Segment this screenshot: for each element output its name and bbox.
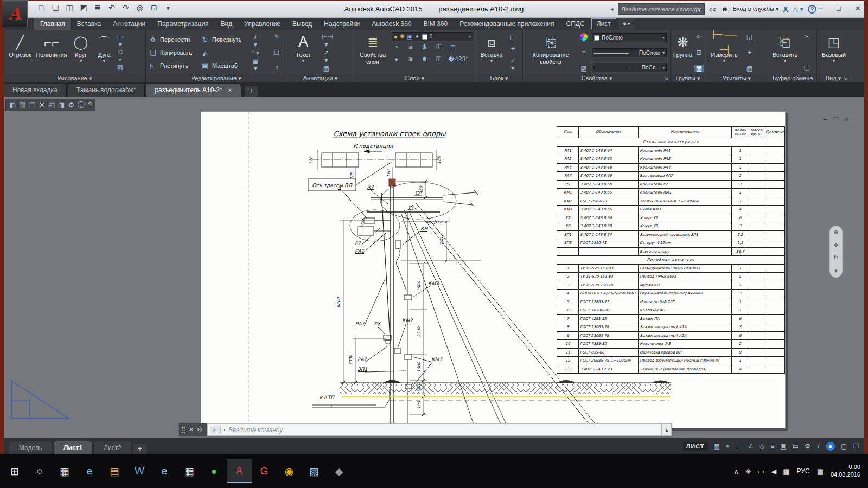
text-button[interactable]: А Текст▾: [289, 32, 317, 63]
ribbon-tab-Надстройки[interactable]: Надстройки: [318, 18, 366, 30]
calculator-icon[interactable]: ▦: [177, 459, 202, 483]
command-close-icon[interactable]: ✕: [189, 426, 194, 433]
osnap-icon[interactable]: ◇: [760, 442, 764, 450]
close-button[interactable]: ✕: [855, 4, 861, 12]
customize-wrench-icon[interactable]: ⚙: [197, 426, 202, 433]
drawing-area[interactable]: ◧▦▤✕◱◨⚙ⓘ? ─ ❐ ✕ ⊕ ✥ ↻ ▾: [4, 97, 864, 438]
panel-title-utilities[interactable]: Утилиты ▾: [706, 74, 768, 83]
ie-icon[interactable]: e: [152, 459, 177, 483]
ribbon-display-toggle[interactable]: ⏺ ▾: [619, 18, 635, 30]
array-button[interactable]: ▦ ▾: [251, 57, 260, 72]
arc-button[interactable]: ⌒ Дуга▾: [93, 32, 116, 63]
move-button[interactable]: ✥ Перенести: [149, 33, 197, 46]
table-button[interactable]: ▦: [322, 65, 331, 72]
clock[interactable]: 0:00 04.03.2016: [831, 464, 860, 479]
layer-match-icon[interactable]: ≣: [448, 43, 457, 51]
command-input-field[interactable]: >_ ▾: [207, 423, 662, 436]
start-button[interactable]: ⊞: [2, 459, 27, 483]
polyline-button[interactable]: ⌐⌐ Полилиния: [34, 32, 69, 59]
edit-block-button[interactable]: ✦: [508, 45, 518, 53]
snap-icon[interactable]: ⌖: [726, 442, 730, 450]
tray-power-icon[interactable]: ▭: [758, 467, 764, 476]
ribbon-tab-Вывод[interactable]: Вывод: [286, 18, 318, 30]
block-attrs-button[interactable]: ✓ ▾: [508, 57, 518, 72]
spds-help-icon[interactable]: ?: [88, 101, 92, 109]
panel-title-groups[interactable]: Группы ▾: [671, 74, 705, 83]
layer-lock-icon[interactable]: ⚿: [434, 43, 443, 51]
spds-delete-icon[interactable]: ✕: [39, 101, 45, 109]
lineweight-dropdown[interactable]: ——————— ПоСл... ▾: [592, 63, 667, 72]
measure-button[interactable]: ⊢—⊣ Измерить▾: [708, 32, 741, 63]
id-point-button[interactable]: +: [745, 49, 754, 56]
tray-notes-icon[interactable]: ▤: [783, 467, 789, 476]
ortho-icon[interactable]: ∟: [736, 442, 742, 450]
panel-title-block[interactable]: Блок ▾: [476, 74, 522, 83]
clean-screen-icon[interactable]: ❐: [853, 442, 859, 450]
navbar-more-icon[interactable]: ▾: [834, 267, 838, 274]
doc-restore-button[interactable]: ❐: [833, 116, 839, 123]
search-icon[interactable]: ⌕⌕: [709, 5, 717, 14]
file-tab[interactable]: Новая вкладка: [4, 84, 67, 97]
layer-thaw-all-icon[interactable]: ≋: [406, 55, 415, 63]
ribbon-tab-Аннотации[interactable]: Аннотации: [107, 18, 151, 30]
scale-button[interactable]: ▣ Масштаб: [201, 59, 247, 72]
notifications-icon[interactable]: ▤: [817, 467, 824, 476]
transparency-icon[interactable]: ▣: [780, 442, 786, 450]
layout-paper[interactable]: Схема установки стоек опоры К подстанции…: [201, 111, 786, 428]
word-icon[interactable]: W: [127, 459, 152, 483]
insert-block-button[interactable]: ⧈ Вставка▾: [478, 32, 505, 63]
layer-properties-button[interactable]: ≣ Свойства слоя: [357, 32, 388, 65]
layer-unlock2-icon[interactable]: ⚿: [434, 55, 443, 63]
hardware-accel-icon[interactable]: ▢: [841, 442, 847, 450]
rotate-button[interactable]: ↻ Повернуть: [201, 33, 247, 46]
workspace-gear-icon[interactable]: +: [816, 442, 820, 450]
lineweight-icon[interactable]: ≡: [770, 442, 774, 450]
photos-icon[interactable]: ▨: [302, 459, 327, 483]
create-block-button[interactable]: ◳: [508, 33, 518, 41]
panel-title-properties[interactable]: Свойства ▾↘: [524, 74, 670, 83]
pan-tool-icon[interactable]: ✥: [833, 242, 838, 249]
polar-icon[interactable]: ∠: [748, 442, 754, 450]
qat-dropdown-icon[interactable]: ▾: [163, 3, 173, 12]
layer-on-all-icon[interactable]: ✹: [420, 55, 429, 63]
quick-calc-button[interactable]: ▦: [745, 65, 754, 72]
leader-button[interactable]: ↗ ▾: [322, 49, 331, 64]
application-menu-button[interactable]: A: [2, 0, 28, 27]
layer-dropdown[interactable]: ● ✺ ▣ ✦ 0 ▾: [392, 32, 473, 41]
fillet-button[interactable]: ◜ ▾: [251, 49, 260, 56]
layer-change-icon[interactable]: �423;: [448, 55, 457, 63]
spds-format-icon[interactable]: ◨: [58, 101, 65, 109]
app-g-icon[interactable]: G: [252, 459, 277, 483]
linetype-dropdown[interactable]: ——————— ПоСлою ▾: [592, 48, 667, 57]
layer-freeze-icon[interactable]: ≋: [406, 43, 415, 51]
object-color-dropdown[interactable]: ПоСлою ▾: [592, 33, 667, 42]
group-edit-button[interactable]: ⊞: [694, 49, 704, 56]
copy-clip-button[interactable]: ❏: [802, 65, 812, 72]
layer-off-icon[interactable]: ❋: [420, 43, 429, 51]
exchange-apps-icon[interactable]: X: [783, 5, 788, 14]
file-tab[interactable]: разъединитель А10-2*✕: [146, 84, 241, 97]
plot-icon[interactable]: ≣: [93, 3, 103, 12]
isolate-objects-icon[interactable]: ●: [826, 442, 835, 451]
spds-settings-icon[interactable]: ⚙: [68, 101, 74, 109]
autocad-icon[interactable]: A: [227, 459, 252, 483]
panel-title-modify[interactable]: Редактирование ▾: [146, 74, 286, 83]
ribbon-tab-Вставка[interactable]: Вставка: [71, 18, 107, 30]
panel-title-draw[interactable]: Рисование ▾: [4, 74, 145, 83]
offset-button[interactable]: ⎍: [272, 65, 282, 72]
spds-cells-icon[interactable]: ▤: [29, 101, 36, 109]
ribbon-tab-Параметризация[interactable]: Параметризация: [151, 18, 214, 30]
spds-move-icon[interactable]: ◱: [48, 101, 55, 109]
layout-tab-Лист2[interactable]: Лист2: [94, 441, 131, 454]
panel-title-annotation[interactable]: Аннотации ▾: [287, 74, 354, 83]
recent-commands-icon[interactable]: ▾: [223, 427, 225, 432]
ellipse-button[interactable]: ⬭ ▾: [116, 48, 125, 63]
trim-button[interactable]: -/- ▾: [251, 33, 260, 48]
spds-info-icon[interactable]: ⓘ: [78, 100, 85, 110]
orbit-tool-icon[interactable]: ↻: [833, 254, 838, 261]
file-explorer-icon[interactable]: ▤: [102, 459, 127, 483]
grid-icon[interactable]: ▦: [714, 442, 720, 450]
ribbon-tab-Лист[interactable]: Лист: [591, 18, 617, 30]
copy-button[interactable]: ❏ Копировать: [149, 46, 197, 59]
explode-button[interactable]: ❐: [272, 49, 282, 56]
